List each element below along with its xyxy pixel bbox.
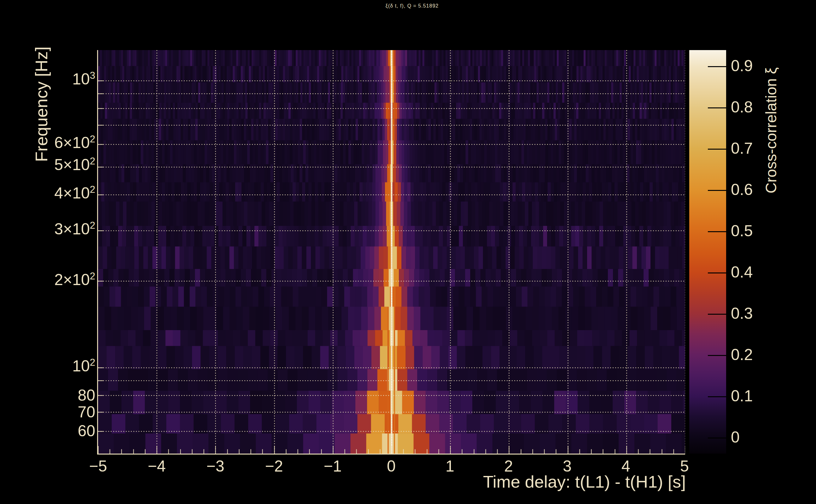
plot-frame	[97, 50, 685, 455]
colorbar-tick-label: 0	[731, 429, 781, 446]
root-canvas: { "title": { "text": "ξ(δ t, f), Q = 5.5…	[0, 0, 816, 504]
x-tick-label: 0	[369, 458, 413, 475]
colorbar-tick	[708, 272, 726, 273]
chart-title: ξ(δ t, f), Q = 5.51892	[98, 3, 726, 9]
x-tick-label: −5	[76, 458, 120, 475]
x-tick-label: −4	[135, 458, 179, 475]
y-tick-label: 5×102	[13, 156, 95, 173]
colorbar-tick-label: 0.1	[731, 388, 781, 404]
colorbar-tick	[708, 355, 726, 356]
y-tick-label: 6×102	[13, 134, 95, 151]
y-tick-label: 102	[13, 358, 95, 374]
y-tick-label: 3×102	[13, 221, 95, 237]
colorbar-tick-label: 0.4	[731, 264, 781, 281]
y-tick-label: 103	[13, 71, 95, 87]
colorbar-tick-label: 0.2	[731, 347, 781, 363]
colorbar-tick	[708, 190, 726, 191]
colorbar-tick	[708, 438, 726, 438]
colorbar-tick	[708, 396, 726, 397]
y-tick-label: 60	[13, 423, 95, 439]
colorbar-tick	[708, 107, 726, 108]
heatmap-canvas	[98, 50, 685, 454]
colorbar-tick	[708, 66, 726, 67]
y-tick-label: 70	[13, 404, 95, 421]
y-tick-label: 4×102	[13, 185, 95, 201]
x-tick-label: −3	[193, 458, 238, 475]
x-axis-title: Time delay: t(L1) - t(H1) [s]	[457, 472, 686, 491]
y-tick-label: 80	[13, 387, 95, 404]
y-tick-label: 2×102	[13, 271, 95, 288]
colorbar-tick	[708, 314, 726, 315]
colorbar-gradient	[689, 50, 726, 454]
colorbar-tick	[708, 231, 726, 232]
x-tick-label: −2	[252, 458, 296, 475]
colorbar-tick-label: 0.3	[731, 305, 781, 322]
colorbar-tick-label: 0.5	[731, 223, 781, 239]
x-tick-label: −1	[311, 458, 355, 475]
colorbar-title: Cross-correlation ξ	[762, 44, 780, 193]
colorbar-tick	[708, 149, 726, 150]
